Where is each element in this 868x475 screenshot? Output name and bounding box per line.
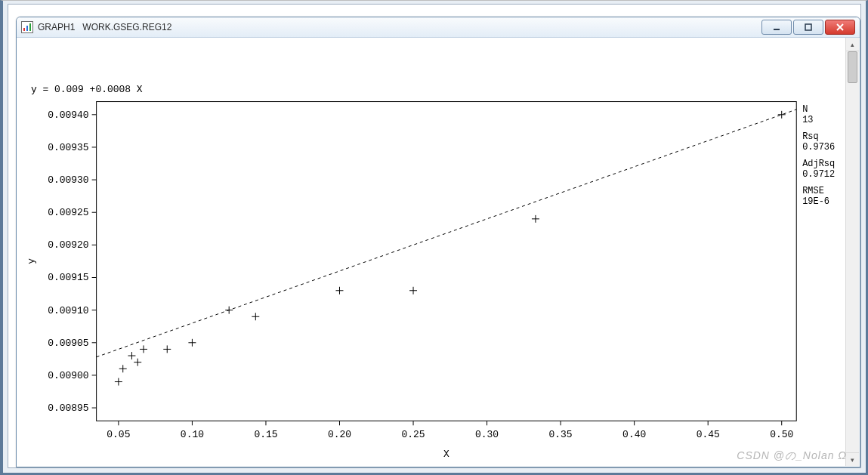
scroll-down-button[interactable]: ▾	[846, 452, 859, 466]
scatter-chart: y = 0.009 +0.0008 X0.008950.009000.00905…	[17, 38, 845, 466]
x-tick-label: 0.20	[328, 429, 351, 440]
data-point	[409, 287, 417, 295]
y-tick-label: 0.00920	[48, 239, 88, 251]
x-axis-label: X	[443, 449, 449, 460]
data-point	[188, 339, 196, 347]
y-axis-label: y	[26, 258, 37, 264]
svg-rect-1	[23, 28, 25, 31]
regression-stats: N13Rsq0.9736AdjRsq0.9712RMSE19E-6	[802, 104, 835, 206]
titlebar[interactable]: GRAPH1 WORK.GSEG.REG12	[17, 17, 860, 38]
data-point	[163, 345, 171, 353]
x-tick-label: 0.05	[107, 429, 130, 440]
window-controls	[761, 20, 855, 35]
equation-text: y = 0.009 +0.0008 X	[31, 84, 143, 95]
vertical-scrollbar[interactable]: ▴ ▾	[845, 38, 859, 466]
svg-text:AdjRsq: AdjRsq	[802, 159, 835, 169]
svg-rect-2	[26, 26, 28, 31]
data-point	[128, 352, 135, 359]
svg-text:0.9736: 0.9736	[802, 142, 835, 153]
x-tick-label: 0.30	[475, 429, 499, 440]
outer-frame: GRAPH1 WORK.GSEG.REG12 y = 0.009 +0.0008	[0, 0, 868, 475]
y-tick-label: 0.00905	[48, 338, 88, 349]
data-point	[225, 307, 233, 314]
data-point	[140, 345, 147, 353]
graph-window: GRAPH1 WORK.GSEG.REG12 y = 0.009 +0.0008	[16, 17, 860, 467]
data-point	[532, 215, 539, 223]
x-tick-label: 0.50	[770, 429, 793, 440]
y-tick-label: 0.00925	[48, 207, 88, 218]
content-area: GRAPH1 WORK.GSEG.REG12 y = 0.009 +0.0008	[8, 4, 861, 468]
svg-text:RMSE: RMSE	[802, 186, 824, 196]
data-point	[119, 365, 127, 372]
y-tick-label: 0.00910	[48, 305, 88, 316]
data-point	[778, 111, 786, 119]
svg-text:0.9712: 0.9712	[802, 169, 835, 180]
regression-line	[97, 109, 797, 357]
minimize-button[interactable]	[761, 20, 792, 35]
y-tick-label: 0.00935	[48, 142, 88, 153]
x-tick-label: 0.40	[622, 429, 646, 440]
svg-text:19E-6: 19E-6	[802, 196, 829, 207]
window-title: GRAPH1 WORK.GSEG.REG12	[38, 22, 171, 32]
svg-rect-5	[805, 24, 811, 30]
sas-graph-icon	[21, 21, 33, 33]
x-tick-label: 0.45	[697, 429, 720, 440]
close-button[interactable]	[825, 20, 855, 35]
x-tick-label: 0.25	[401, 429, 425, 440]
y-tick-label: 0.00895	[48, 403, 88, 414]
svg-text:N: N	[802, 104, 808, 115]
scroll-thumb[interactable]	[848, 51, 857, 83]
y-tick-label: 0.00915	[48, 272, 88, 283]
svg-text:Rsq: Rsq	[802, 131, 819, 142]
y-tick-label: 0.00930	[48, 174, 88, 186]
scroll-up-button[interactable]: ▴	[846, 38, 859, 51]
x-tick-label: 0.10	[181, 429, 204, 440]
plot-frame	[97, 102, 797, 421]
data-point	[336, 287, 344, 295]
maximize-button[interactable]	[793, 20, 823, 35]
data-point	[134, 359, 141, 366]
chart-area: y = 0.009 +0.0008 X0.008950.009000.00905…	[17, 38, 845, 466]
data-point	[115, 378, 122, 386]
svg-rect-3	[29, 23, 31, 31]
y-tick-label: 0.00940	[48, 109, 88, 121]
client-area: y = 0.009 +0.0008 X0.008950.009000.00905…	[17, 38, 859, 466]
y-tick-label: 0.00900	[48, 370, 88, 381]
x-tick-label: 0.35	[549, 429, 573, 440]
svg-text:13: 13	[802, 115, 813, 125]
data-point	[252, 313, 259, 320]
x-tick-label: 0.15	[254, 429, 277, 440]
